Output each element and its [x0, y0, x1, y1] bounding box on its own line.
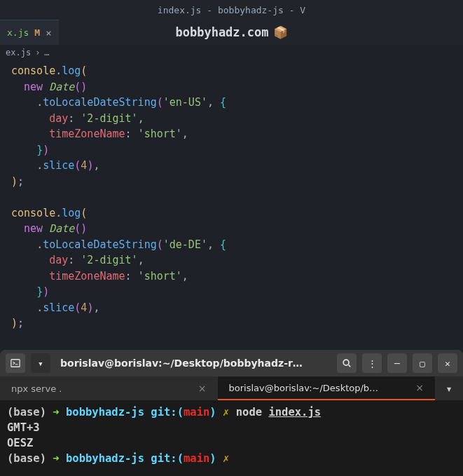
dropdown-button[interactable]: ▾: [31, 353, 50, 373]
terminal-tab-2[interactable]: borislav@borislav:~/Desktop/b… ×: [218, 376, 436, 400]
terminal-line: (base) ➜ bobbyhadz-js git:(main) ✗ node …: [7, 404, 456, 420]
window-title: index.js - bobbyhadz-js - V: [158, 5, 305, 15]
maximize-icon: ▢: [420, 358, 425, 369]
chevron-right-icon: ›: [35, 48, 40, 57]
chevron-down-icon: ▾: [38, 358, 43, 369]
new-tab-button[interactable]: [6, 353, 25, 373]
terminal-window: ▾ borislav@borislav:~/Desktop/bobbyhadz-…: [0, 350, 463, 476]
minimize-button[interactable]: ─: [387, 353, 407, 373]
close-icon[interactable]: ×: [198, 383, 207, 394]
terminal-tab-row: npx serve . × borislav@borislav:~/Deskto…: [0, 376, 463, 400]
chevron-down-icon: ▾: [445, 382, 452, 395]
close-icon[interactable]: ×: [415, 382, 424, 393]
terminal-tab-label: borislav@borislav:~/Desktop/b…: [229, 383, 379, 393]
svg-point-1: [343, 360, 349, 365]
terminal-tab-label: npx serve .: [11, 383, 62, 394]
close-icon: ✕: [445, 358, 450, 369]
terminal-output: GMT+3: [7, 420, 456, 435]
terminal-output: OESZ: [7, 435, 456, 451]
terminal-body[interactable]: (base) ➜ bobbyhadz-js git:(main) ✗ node …: [0, 400, 463, 476]
terminal-title: borislav@borislav:~/Desktop/bobbyhadz-r…: [56, 358, 331, 369]
close-icon[interactable]: ×: [46, 27, 51, 39]
tab-filename: x.js: [7, 27, 29, 38]
tabs-dropdown[interactable]: ▾: [435, 376, 463, 400]
search-icon: [342, 358, 352, 368]
box-icon: 📦: [273, 25, 288, 39]
breadcrumb-file: ex.js: [6, 48, 31, 57]
menu-button[interactable]: ⋮: [362, 353, 382, 373]
breadcrumb-more: …: [44, 48, 49, 57]
code-editor[interactable]: console.log( new Date() .toLocaleDateStr…: [0, 60, 463, 334]
editor-titlebar: index.js - bobbyhadz-js - V: [0, 0, 463, 20]
editor-tab[interactable]: x.js M ×: [0, 20, 59, 45]
tab-modified-indicator: M: [34, 27, 40, 38]
terminal-icon: [11, 358, 20, 368]
maximize-button[interactable]: ▢: [413, 353, 432, 373]
svg-line-2: [349, 365, 351, 367]
watermark-text: bobbyhadz.com: [175, 25, 268, 39]
close-button[interactable]: ✕: [438, 353, 457, 373]
terminal-line: (base) ➜ bobbyhadz-js git:(main) ✗: [7, 451, 456, 466]
watermark: bobbyhadz.com 📦: [175, 25, 287, 39]
terminal-titlebar: ▾ borislav@borislav:~/Desktop/bobbyhadz-…: [0, 350, 463, 376]
search-button[interactable]: [337, 353, 357, 373]
breadcrumb[interactable]: ex.js › …: [0, 45, 463, 60]
kebab-icon: ⋮: [368, 358, 377, 369]
minimize-icon: ─: [394, 358, 400, 369]
terminal-tab-1[interactable]: npx serve . ×: [0, 376, 218, 400]
